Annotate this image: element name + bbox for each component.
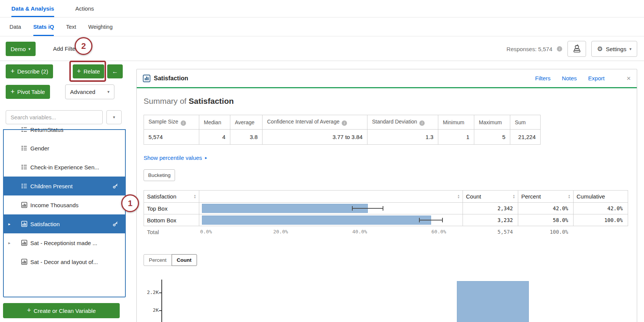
stats-value-maximum: 5: [474, 130, 510, 145]
add-filter-link[interactable]: Add Filter: [53, 37, 77, 61]
list-border-line: [3, 129, 126, 130]
variable-label: Gender: [30, 145, 49, 152]
plus-icon: +: [27, 307, 31, 314]
filters-link[interactable]: Filters: [535, 75, 551, 81]
chevron-down-icon: ▾: [113, 115, 115, 120]
describe-button[interactable]: + Describe (2): [6, 64, 53, 78]
settings-button[interactable]: ⚙ Settings ▾: [591, 41, 637, 57]
variable-item-sat-receptionist-made[interactable]: ▸Sat - Receptionist made ...: [4, 233, 125, 252]
stats-header-average: Average: [230, 115, 263, 130]
help-resources-button[interactable]: [567, 41, 586, 57]
variable-item-satisfaction[interactable]: ▸Satisfaction: [4, 214, 125, 233]
freq-header-count[interactable]: Count▲▼: [463, 191, 518, 203]
sort-icon[interactable]: ▲▼: [194, 194, 196, 199]
frequency-bar: [202, 204, 368, 213]
expand-arrow-icon[interactable]: ▸: [8, 241, 11, 245]
left-arrow-icon: ←: [112, 68, 118, 75]
error-bar: [352, 208, 383, 209]
variable-item-sat-decor-and-layout-of[interactable]: Sat - Decor and layout of...: [4, 252, 125, 271]
freq-count: 3,232: [463, 214, 518, 226]
create-label: Create or Clean Variable: [34, 308, 96, 314]
total-count: 5,574: [463, 229, 518, 235]
relate-button[interactable]: + Relate: [73, 64, 104, 78]
freq-row-label: Top Box: [144, 203, 199, 214]
show-percentile-link[interactable]: Show percentile values ▸: [144, 155, 207, 161]
info-icon[interactable]: i: [181, 120, 186, 126]
freq-header-percent[interactable]: Percent▲▼: [518, 191, 574, 203]
triangle-right-icon: ▸: [205, 155, 207, 160]
freq-percent: 42.0%: [518, 203, 574, 214]
variable-label: Satisfaction: [30, 221, 60, 227]
responses-count: Responses: 5,574 i: [506, 46, 562, 52]
dataset-selector-button[interactable]: Demo ▾: [6, 42, 36, 56]
tab-stats-iq[interactable]: Stats iQ: [33, 17, 54, 36]
variable-item-check-in-experience-sen[interactable]: Check-in Experience Sen...: [4, 158, 125, 177]
secondary-nav: Data Stats iQ Text Weighting: [0, 17, 644, 36]
chevron-down-icon: ▾: [107, 89, 109, 94]
key-icon: [113, 221, 118, 227]
info-icon[interactable]: i: [419, 120, 425, 126]
percent-axis: 0.0%20.0%40.0%60.0%: [199, 226, 463, 238]
responses-label: Responses: 5,574: [506, 46, 552, 52]
sort-icon[interactable]: ▲▼: [457, 194, 460, 199]
notes-link[interactable]: Notes: [562, 75, 577, 81]
stats-header-standard-deviation: Standard Deviationi: [367, 115, 438, 130]
tab-data[interactable]: Data: [9, 17, 21, 36]
stats-value-confidence-interval-of-average: 3.77 to 3.84: [263, 130, 367, 145]
relate-label: Relate: [84, 68, 100, 75]
sort-icon[interactable]: ▲▼: [568, 194, 571, 199]
tab-text[interactable]: Text: [66, 17, 76, 36]
plus-icon: +: [11, 68, 15, 75]
stats-value-standard-deviation: 1.3: [367, 130, 438, 145]
card-header: Satisfaction Filters Notes Export ×: [137, 69, 637, 88]
freq-bar-cell: [199, 214, 463, 226]
bucketing-button[interactable]: Bucketing: [144, 169, 175, 181]
variable-item-income-thousands[interactable]: Income Thousands: [4, 195, 125, 214]
variable-item-children-present[interactable]: Children Present: [4, 177, 125, 195]
gear-icon: ⚙: [597, 46, 603, 52]
info-icon[interactable]: i: [342, 120, 347, 126]
pivot-table-button[interactable]: + Pivot Table: [6, 85, 50, 99]
sort-icon[interactable]: ▲▼: [513, 194, 515, 199]
tab-data-and-analysis[interactable]: Data & Analysis: [11, 0, 54, 17]
close-icon[interactable]: ×: [627, 75, 631, 82]
bar-variable-icon: [21, 240, 27, 246]
bar-variable-icon: [21, 202, 27, 208]
chevron-down-icon: ▾: [28, 47, 31, 52]
export-link[interactable]: Export: [588, 75, 605, 81]
variable-item-gender[interactable]: Gender: [4, 139, 125, 158]
y-axis-line: [161, 280, 162, 322]
expand-arrow-icon[interactable]: ▸: [8, 222, 11, 227]
stats-header-minimum: Minimum: [438, 115, 474, 130]
frequency-table: Satisfaction▲▼▲▼Count▲▼Percent▲▼Cumulati…: [144, 190, 628, 226]
freq-header-row: Satisfaction▲▼▲▼Count▲▼Percent▲▼Cumulati…: [144, 191, 628, 203]
frequency-bar: [202, 216, 431, 225]
collapse-panel-button[interactable]: ←: [107, 64, 123, 78]
create-or-clean-variable-button[interactable]: + Create or Clean Variable: [3, 303, 120, 318]
key-icon: [113, 183, 118, 189]
toggle-percent-button[interactable]: Percent: [144, 254, 172, 266]
dataset-name: Demo: [11, 46, 26, 52]
freq-header-bar-column[interactable]: ▲▼: [199, 191, 463, 203]
axis-tick-label: 40.0%: [352, 229, 367, 234]
count-histogram: 2.2K 2K: [144, 276, 631, 322]
bar-variable-icon: [21, 221, 27, 227]
summary-prefix: Summary of: [144, 97, 186, 105]
info-icon[interactable]: i: [557, 46, 562, 52]
summary-heading: Summary of Satisfaction: [144, 97, 630, 106]
variable-label: Check-in Experience Sen...: [30, 164, 99, 170]
total-row: Total 0.0%20.0%40.0%60.0% 5,574 100.0%: [144, 226, 628, 238]
toggle-count-button[interactable]: Count: [172, 254, 197, 266]
list-variable-icon: [21, 183, 27, 189]
advanced-dropdown[interactable]: Advanced ▾: [65, 84, 114, 99]
stats-header-confidence-interval-of-average: Confidence Interval of Averagei: [263, 115, 367, 130]
freq-row-top-box: Top Box2,34242.0%42.0%: [144, 203, 628, 214]
tab-actions[interactable]: Actions: [75, 0, 94, 17]
stats-value-average: 3.8: [230, 130, 263, 145]
percentile-link-label: Show percentile values: [144, 155, 202, 161]
freq-cumulative: 100.0%: [574, 214, 628, 226]
tab-weighting[interactable]: Weighting: [88, 17, 113, 36]
stats-value-median: 4: [199, 130, 230, 145]
freq-header-satisfaction[interactable]: Satisfaction▲▼: [144, 191, 199, 203]
freq-bar-cell: [199, 203, 463, 214]
